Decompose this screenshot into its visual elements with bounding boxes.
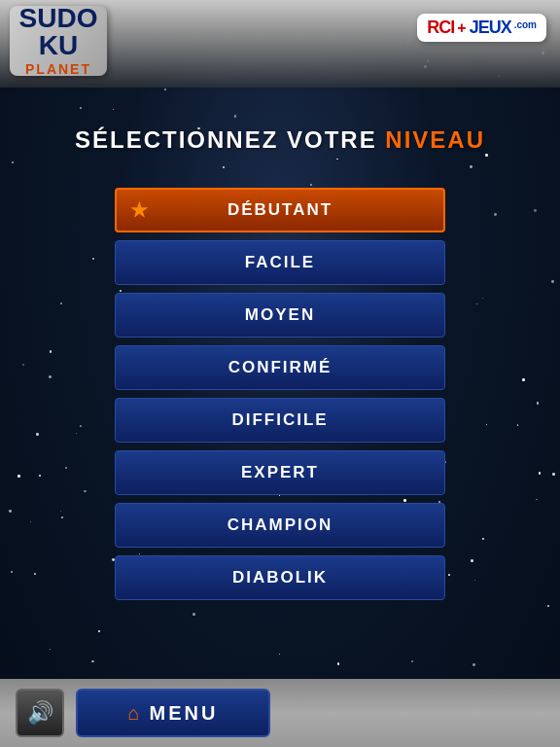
level-label-diabolik: DIABOLIK bbox=[232, 568, 328, 587]
level-label-difficile: DIFFICILE bbox=[231, 410, 328, 430]
level-btn-debutant[interactable]: ★DÉBUTANT bbox=[115, 188, 445, 232]
level-label-confirme: CONFIRMÉ bbox=[228, 358, 332, 377]
jeux-text: JEUX bbox=[470, 18, 511, 38]
main-content: SÉLECTIONNEZ VOTRE NIVEAU ★DÉBUTANTFACIL… bbox=[0, 88, 560, 679]
sound-icon: 🔊 bbox=[27, 700, 53, 726]
level-btn-difficile[interactable]: DIFFICILE bbox=[115, 398, 445, 443]
bottom-bar: 🔊 ⌂ MENU bbox=[0, 679, 560, 747]
dot-com-text: .com bbox=[514, 19, 537, 30]
logo-ku: KU bbox=[39, 32, 78, 59]
level-label-expert: EXPERT bbox=[241, 463, 319, 482]
level-label-moyen: MOYEN bbox=[245, 305, 315, 325]
level-btn-confirme[interactable]: CONFIRMÉ bbox=[115, 345, 445, 390]
logo-row2: KU bbox=[39, 32, 78, 59]
level-label-champion: CHAMPION bbox=[228, 516, 333, 535]
logo-planet: PLANET bbox=[25, 61, 91, 77]
logo-box: SU DO KU PLANET bbox=[10, 6, 107, 76]
menu-button[interactable]: ⌂ MENU bbox=[76, 689, 270, 737]
levels-container: ★DÉBUTANTFACILEMOYENCONFIRMÉDIFFICILEEXP… bbox=[115, 188, 445, 600]
title-part1: SÉLECTIONNEZ VOTRE bbox=[75, 126, 385, 153]
home-icon: ⌂ bbox=[128, 702, 140, 725]
sound-button[interactable]: 🔊 bbox=[16, 689, 64, 737]
level-label-facile: FACILE bbox=[245, 253, 315, 272]
star-icon: ★ bbox=[130, 198, 150, 222]
level-btn-moyen[interactable]: MOYEN bbox=[115, 293, 445, 338]
title-part2: NIVEAU bbox=[385, 126, 485, 153]
rci-text: RCI bbox=[427, 18, 454, 38]
rci-plus-icon: + bbox=[457, 19, 466, 37]
logo-container: SU DO KU PLANET bbox=[10, 6, 117, 82]
logo-su: SU bbox=[19, 5, 57, 32]
logo-row1: SU DO bbox=[19, 5, 98, 32]
logo-do: DO bbox=[56, 5, 97, 32]
level-btn-facile[interactable]: FACILE bbox=[115, 240, 445, 285]
level-label-debutant: DÉBUTANT bbox=[228, 200, 332, 220]
level-btn-diabolik[interactable]: DIABOLIK bbox=[115, 555, 445, 600]
rci-logo: RCI + JEUX .com bbox=[417, 14, 546, 42]
menu-label: MENU bbox=[150, 702, 219, 725]
page-title: SÉLECTIONNEZ VOTRE NIVEAU bbox=[75, 126, 485, 154]
level-btn-expert[interactable]: EXPERT bbox=[115, 450, 445, 495]
level-btn-champion[interactable]: CHAMPION bbox=[115, 503, 445, 548]
